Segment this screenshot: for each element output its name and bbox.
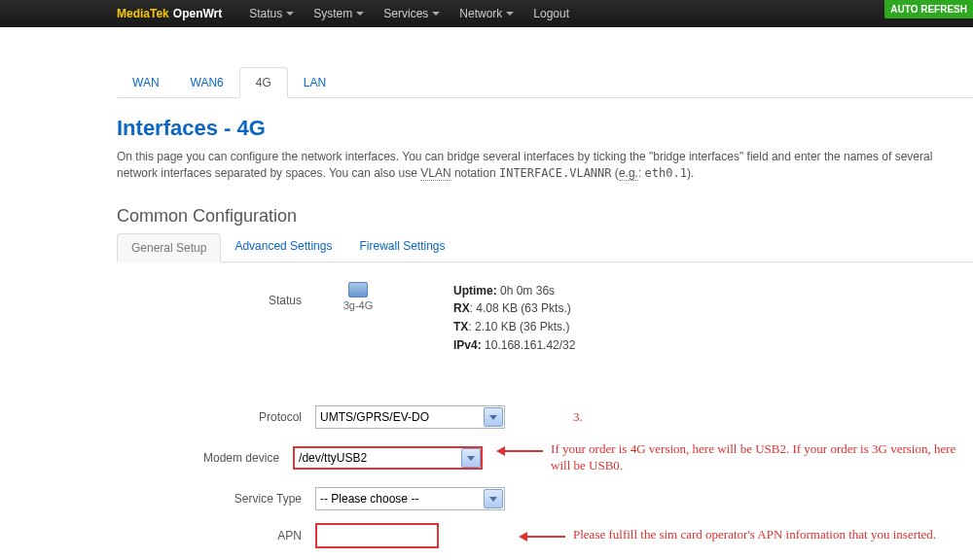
menu-label: Status	[249, 7, 282, 20]
iface-stats: Uptime: 0h 0m 36s RX: 4.08 KB (63 Pkts.)…	[453, 282, 575, 354]
sectab-advanced[interactable]: Advanced Settings	[221, 232, 345, 262]
auto-refresh-badge[interactable]: AUTO REFRESH	[884, 0, 973, 18]
caret-icon	[432, 12, 440, 16]
tab-wan6[interactable]: WAN6	[175, 68, 239, 97]
caret-icon	[506, 12, 514, 16]
code-iface-vlannr: INTERFACE.VLANNR	[499, 166, 612, 180]
modem-label: Modem device	[117, 451, 293, 465]
menu-label: Services	[383, 7, 428, 20]
brand-mediatek: MediaTek	[117, 7, 169, 20]
service-type-select[interactable]: -- Please choose --	[315, 487, 505, 510]
iface-name: 3g-4G	[331, 299, 385, 311]
intro-text: On this page you can configure the netwo…	[117, 149, 973, 183]
annotation-apn-text: Please fulfill the sim card operator's A…	[573, 527, 936, 542]
arrow-icon	[504, 450, 543, 452]
abbr-eg: e.g.	[619, 166, 638, 181]
uptime-label: Uptime:	[453, 284, 497, 298]
menu-services[interactable]: Services	[374, 0, 450, 27]
abbr-vlan: VLAN	[420, 166, 450, 181]
status-label: Status	[117, 282, 315, 307]
intro-part: notation	[451, 166, 499, 180]
rx-value: : 4.08 KB (63 Pkts.)	[470, 301, 571, 315]
annotation-modem-text: If your order is 4G version, here will b…	[551, 441, 955, 472]
menu-system[interactable]: System	[304, 0, 374, 27]
page-title: Interfaces - 4G	[117, 116, 973, 141]
protocol-select[interactable]: UMTS/GPRS/EV-DO	[315, 405, 505, 429]
menu-status[interactable]: Status	[239, 0, 304, 27]
uptime-value: 0h 0m 36s	[500, 284, 555, 298]
section-heading: Common Configuration	[117, 206, 973, 227]
menu-label: Logout	[533, 7, 569, 20]
sectab-firewall[interactable]: Firewall Settings	[345, 232, 458, 262]
intro-part: (	[612, 166, 619, 180]
annotation-step3: 3.	[524, 409, 583, 426]
brand-openwrt: OpenWrt	[173, 7, 222, 20]
tx-value: : 2.10 KB (36 Pkts.)	[468, 320, 569, 333]
tx-label: TX	[453, 320, 468, 333]
tab-lan[interactable]: LAN	[288, 68, 342, 97]
annotation-modem: If your order is 4G version, here will b…	[502, 441, 973, 474]
tab-4g[interactable]: 4G	[239, 67, 288, 98]
service-type-label: Service Type	[117, 492, 315, 506]
code-eth01: eth0.1	[645, 166, 687, 180]
protocol-label: Protocol	[117, 410, 315, 424]
rx-label: RX	[453, 301, 470, 315]
menu-label: System	[313, 7, 352, 20]
tab-wan[interactable]: WAN	[117, 68, 175, 97]
apn-input[interactable]	[315, 523, 439, 548]
ipv4-label: IPv4:	[453, 338, 482, 352]
menu-label: Network	[459, 7, 502, 20]
arrow-icon	[526, 536, 565, 538]
iface-icon-cell: 3g-4G	[331, 282, 385, 311]
menu-logout[interactable]: Logout	[523, 0, 579, 27]
menu-network[interactable]: Network	[450, 0, 523, 27]
network-icon	[348, 282, 368, 298]
section-tabs: General Setup Advanced Settings Firewall…	[117, 232, 973, 262]
annotation-apn: Please fulfill the sim card operator's A…	[524, 527, 936, 543]
modem-device-select[interactable]: /dev/ttyUSB2	[293, 446, 483, 470]
caret-icon	[286, 12, 294, 16]
sectab-general[interactable]: General Setup	[117, 233, 221, 262]
ipv4-value: 10.168.161.42/32	[485, 338, 575, 352]
intro-part: ).	[687, 166, 694, 180]
intro-part: :	[638, 166, 645, 180]
top-menu: Status System Services Network Logout	[239, 0, 579, 27]
caret-icon	[356, 12, 364, 16]
apn-label: APN	[117, 529, 315, 542]
interface-tabs: WAN WAN6 4G LAN	[117, 66, 973, 98]
